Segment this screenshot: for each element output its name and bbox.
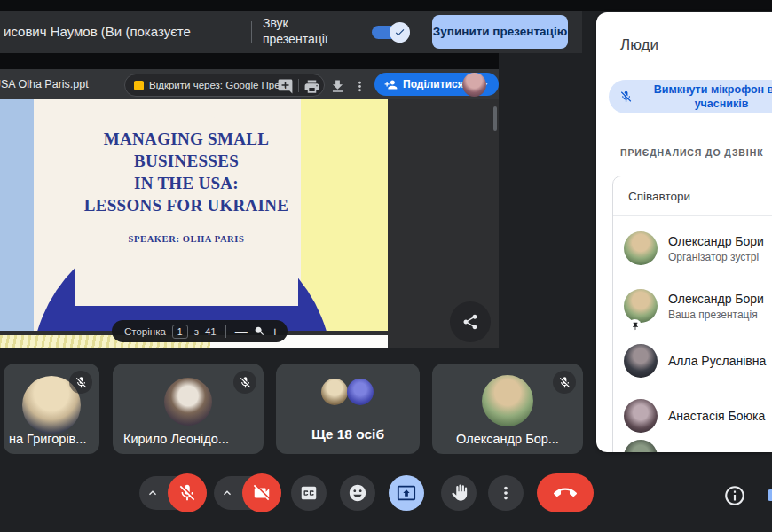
google-meet-window: исович Наумов (Ви (показуєте Звук презен… [0,0,772,532]
people-panel: Люди Вимкнути мікрофон всіх учасників ПР… [596,12,772,452]
mic-off-icon [619,89,633,105]
video-tile-overflow[interactable]: Ще 18 осіб [276,364,420,454]
account-avatar[interactable] [462,73,486,97]
emoji-smile-icon [348,483,367,503]
mic-off-icon [177,483,197,503]
raise-hand-button[interactable] [441,475,477,511]
pin-icon [628,319,642,332]
page-number-input[interactable]: 1 [172,325,188,339]
participant-name: Олександр Бор... [432,432,583,446]
presentation-audio-toggle[interactable] [372,26,407,39]
presentation-audio-label: Звук презентації [263,16,357,48]
participant-name: Анастасія Боюка [668,409,765,423]
panel-title: Люди [620,36,658,54]
avatar [347,379,374,405]
share-icon [461,313,479,331]
file-name: USA Olha Paris.ppt [0,78,89,90]
participant-name: на Григорів... [9,432,86,446]
hand-icon [449,483,469,503]
toggle-thumb [390,22,410,43]
zoom-fit-button[interactable] [254,325,265,337]
captions-button[interactable] [291,475,327,511]
section-divider [613,215,772,216]
joined-call-label: ПРИЄДНАЛИСЯ ДО ДЗВІНК [620,147,763,158]
banner-divider [251,21,252,43]
participant-row[interactable]: Олександр Бори Організатор зустрі [613,223,772,275]
camera-off-icon [252,483,272,503]
avatar [624,289,658,323]
camera-toggle-button[interactable] [242,473,281,512]
print-icon[interactable] [303,78,320,95]
call-end-icon [554,481,577,505]
mute-all-label: Вимкнути мікрофон всіх учасників [641,82,772,112]
person-add-icon [384,78,398,91]
participant-name: Кирило Леонідо... [123,432,229,446]
more-participants-label: Ще 18 осіб [276,426,420,442]
participant-name: Олександр Бори [668,234,764,248]
more-options-button[interactable] [488,475,524,511]
mic-off-icon [553,371,576,394]
mic-toggle-button[interactable] [168,473,207,512]
stop-presentation-button[interactable]: Зупинити презентацію [432,15,568,49]
avatar [624,231,658,265]
presentation-slide: MANAGING SMALL BUSINESSES IN THE USA: LE… [0,99,388,331]
chevron-up-icon[interactable] [146,486,160,500]
participant-name: Олександр Бори [668,292,764,306]
slide-left-stripe [0,99,34,331]
meeting-info-icon[interactable] [723,484,746,507]
participant-subtitle: Ваша презентація [668,309,758,321]
share-fab-button[interactable] [450,301,491,342]
video-tile-4[interactable]: Олександр Бор... [432,364,583,454]
share-label: Поділитися [403,78,464,90]
document-viewer-area: MANAGING SMALL BUSINESSES IN THE USA: LE… [0,99,499,348]
participant-name: Алла Русланівна [668,354,766,368]
zoom-in-button[interactable]: + [272,325,279,339]
download-icon[interactable] [329,78,346,95]
avatar [624,344,658,378]
presenting-banner: исович Наумов (Ви (показуєте Звук презен… [0,11,582,53]
collaborators-section: Співавтори Олександр Бори Організатор зу… [612,176,772,452]
chevron-up-icon[interactable] [220,486,234,500]
toolbar-gap-strip [0,53,499,69]
slide-speaker-line: SPEAKER: OLHA PARIS [75,234,298,244]
slide-yellow-panel [301,99,388,331]
mic-off-icon [69,371,92,394]
top-dark-strip [0,0,772,11]
collaborators-header: Співавтори [628,190,690,203]
page-total: 41 [205,326,217,337]
present-to-all-icon [397,483,416,503]
zoom-out-button[interactable]: — [235,325,248,339]
avatar [164,378,212,426]
page-of-word: з [194,326,199,337]
cut-off-panel-icon[interactable] [768,489,772,501]
page-word: Сторінка [124,326,166,337]
mic-off-icon [233,371,256,394]
mute-all-button[interactable]: Вимкнути мікрофон всіх учасників [609,80,772,113]
present-screen-button[interactable] [389,475,424,511]
participant-row[interactable]: Олександр Бори Ваша презентація [613,281,772,332]
more-options-icon[interactable] [352,78,367,95]
participant-subtitle: Організатор зустрі [668,251,759,263]
viewer-scrollbar[interactable] [493,106,497,131]
pill-divider [225,325,226,338]
reactions-button[interactable] [340,475,375,511]
add-comment-icon[interactable] [277,78,294,95]
end-call-button[interactable] [537,473,594,512]
more-vert-icon [496,483,516,503]
open-with-button[interactable]: Відкрити через: Google Пре... [124,74,325,97]
open-with-label: Відкрити через: Google Пре... [149,80,288,90]
participant-row[interactable] [613,432,772,452]
page-navigation-pill: Сторінка 1 з 41 — + [112,320,288,342]
participant-row[interactable]: Алла Русланівна [613,336,772,387]
video-tile-1[interactable]: на Григорів... [4,364,99,454]
check-icon [394,27,406,38]
video-tile-2[interactable]: Кирило Леонідо... [113,364,264,454]
avatar [624,399,658,433]
google-slides-icon [134,81,144,90]
slide-title: MANAGING SMALL BUSINESSES IN THE USA: LE… [75,128,298,216]
avatar [321,379,348,405]
avatar [624,440,658,452]
closed-captions-icon [299,483,319,503]
presenter-name-text: исович Наумов (Ви (показуєте [4,24,191,39]
magnifier-icon [254,325,265,337]
